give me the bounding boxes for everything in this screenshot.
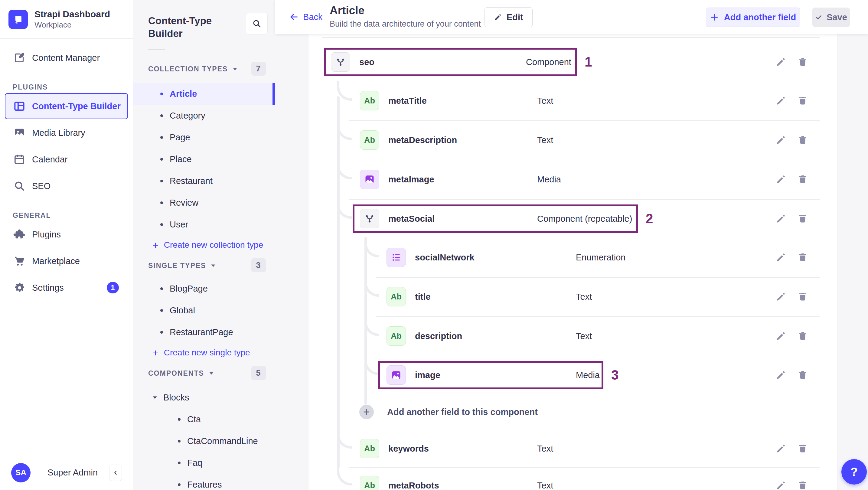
plus-icon [363, 408, 371, 416]
trash-icon [798, 174, 808, 184]
sidebar-item-category[interactable]: Category [133, 105, 275, 126]
sidebar-item-page[interactable]: Page [133, 126, 275, 148]
back-link[interactable]: Back [289, 0, 322, 34]
strapi-logo-icon [8, 10, 28, 29]
edit-field-button[interactable] [774, 250, 788, 265]
content-manager-icon [13, 52, 25, 64]
item-label: Restaurant [170, 176, 213, 186]
sidebar-item-ctacommandline[interactable]: CtaCommandLine [133, 430, 275, 452]
sidebar-item-label: SEO [32, 181, 51, 191]
sidebar-item-faq[interactable]: Faq [133, 452, 275, 474]
field-name: metaRobots [388, 481, 439, 490]
field-type: Enumeration [576, 252, 625, 263]
edit-field-button[interactable] [774, 172, 788, 187]
group-header-components[interactable]: COMPONENTS5 [133, 367, 275, 379]
edit-field-button[interactable] [774, 441, 788, 456]
edit-field-button[interactable] [774, 55, 788, 69]
panel-groups: COLLECTION TYPES7ArticleCategoryPagePlac… [133, 63, 275, 490]
text-field-icon: Ab [360, 439, 379, 458]
field-name: socialNetwork [415, 252, 474, 263]
sidebar-item-cta[interactable]: Cta [133, 408, 275, 430]
delete-field-button[interactable] [796, 250, 810, 265]
edit-button[interactable]: Edit [485, 7, 533, 27]
create-new-type-link[interactable]: +Create new collection type [133, 235, 275, 255]
tree-elbow-icon [337, 465, 352, 486]
sidebar-item-label: Settings [32, 283, 64, 293]
save-button[interactable]: Save [812, 7, 850, 27]
component-items: CtaCtaCommandLineFaqFeatures [133, 408, 275, 490]
sidebar-item-blogpage[interactable]: BlogPage [133, 278, 275, 300]
plus-icon: + [152, 347, 158, 358]
delete-field-button[interactable] [796, 368, 810, 382]
edit-field-button[interactable] [774, 478, 788, 490]
sidebar-item-place[interactable]: Place [133, 148, 275, 170]
delete-field-button[interactable] [796, 55, 810, 69]
edit-field-button[interactable] [774, 211, 788, 226]
edit-field-button[interactable] [774, 329, 788, 343]
delete-field-button[interactable] [796, 329, 810, 343]
sidebar-item-features[interactable]: Features [133, 474, 275, 490]
divider [322, 37, 819, 38]
field-name: keywords [388, 444, 429, 454]
sidebar-item-content-type-builder[interactable]: Content-Type Builder [5, 93, 128, 119]
sidebar-item-settings[interactable]: Settings1 [5, 275, 128, 301]
sidebar-item-marketplace[interactable]: Marketplace [5, 248, 128, 274]
gear-icon [13, 282, 25, 294]
bullet-icon [178, 483, 181, 486]
bullet-icon [160, 223, 163, 226]
sidebar-item-label: Content-Type Builder [32, 101, 121, 111]
field-name: metaDescription [388, 135, 457, 145]
sidebar-item-calendar[interactable]: Calendar [5, 146, 128, 173]
add-field-to-component-label[interactable]: Add another field to this component [387, 407, 538, 417]
create-new-type-link[interactable]: +Create new single type [133, 343, 275, 362]
sidebar-item-global[interactable]: Global [133, 300, 275, 321]
divider [349, 120, 819, 121]
add-another-field-button[interactable]: Add another field [706, 7, 800, 27]
field-type: Text [537, 96, 553, 106]
delete-field-button[interactable] [796, 211, 810, 226]
sidebar-item-plugins[interactable]: Plugins [5, 221, 128, 247]
component-category-blocks[interactable]: Blocks [133, 387, 275, 408]
bullet-icon [160, 158, 163, 161]
sidebar-item-user[interactable]: User [133, 214, 275, 235]
sidebar-item-restaurantpage[interactable]: RestaurantPage [133, 321, 275, 343]
content-type-builder-icon [13, 100, 25, 112]
divider [349, 467, 819, 468]
left-sidebar: Strapi Dashboard Workplace Content Manag… [0, 0, 133, 490]
delete-field-button[interactable] [796, 93, 810, 108]
help-button[interactable]: ? [841, 459, 867, 485]
delete-field-button[interactable] [796, 441, 810, 456]
page-subtitle: Build the data architecture of your cont… [330, 19, 481, 29]
group-header-single-types[interactable]: SINGLE TYPES3 [133, 259, 275, 272]
sidebar-item-restaurant[interactable]: Restaurant [133, 170, 275, 192]
trash-icon [798, 331, 808, 341]
sidebar-item-content-manager[interactable]: Content Manager [5, 45, 128, 71]
delete-field-button[interactable] [796, 289, 810, 304]
avatar: SA [11, 463, 31, 483]
delete-field-button[interactable] [796, 478, 810, 490]
edit-field-button[interactable] [774, 93, 788, 108]
pencil-icon [776, 96, 786, 106]
delete-field-button[interactable] [796, 133, 810, 147]
edit-field-button[interactable] [774, 368, 788, 382]
sidebar-item-review[interactable]: Review [133, 192, 275, 214]
sidebar-item-seo[interactable]: SEO [5, 173, 128, 199]
nav-section-title: GENERAL [0, 209, 133, 221]
edit-field-button[interactable] [774, 289, 788, 304]
delete-field-button[interactable] [796, 172, 810, 187]
nav-section-title: PLUGINS [0, 81, 133, 93]
item-label: User [170, 220, 188, 229]
field-name: title [415, 292, 431, 302]
sidebar-item-label: Calendar [32, 155, 68, 164]
item-label: Review [170, 198, 198, 208]
group-header-collection-types[interactable]: COLLECTION TYPES7 [133, 63, 275, 75]
collapse-sidebar-button[interactable] [109, 465, 122, 481]
pencil-icon [776, 331, 786, 341]
sidebar-item-article[interactable]: Article [133, 83, 275, 105]
edit-field-button[interactable] [774, 133, 788, 147]
search-button[interactable] [246, 13, 268, 34]
sidebar-item-media-library[interactable]: Media Library [5, 120, 128, 146]
main-header: Back Article Build the data architecture… [275, 0, 868, 34]
add-field-to-component-button[interactable] [359, 405, 374, 419]
plus-icon: + [152, 240, 158, 250]
